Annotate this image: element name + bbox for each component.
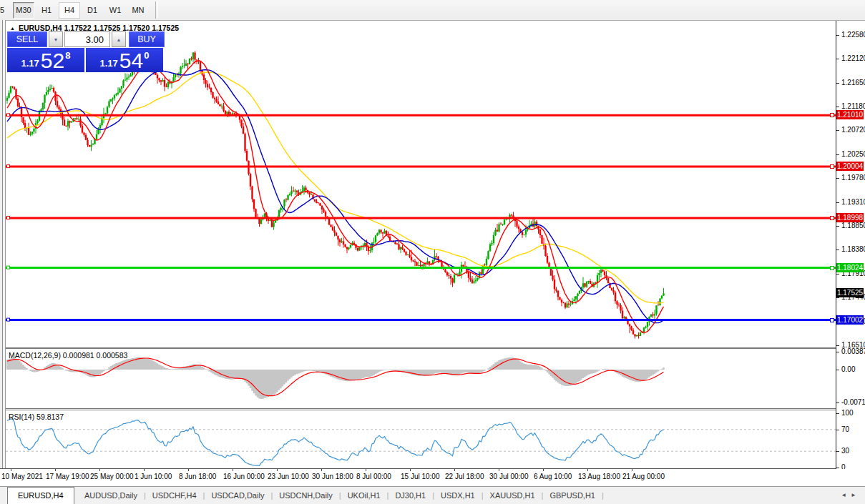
timeframe-button-w1[interactable]: W1 [104,2,126,19]
time-tick-mark [55,469,56,471]
time-tick-mark [632,469,632,471]
tab-item[interactable]: AUDUSD,Daily [84,491,137,500]
price-line-label: 1.17525 [836,288,864,297]
tab-item[interactable]: USDX,H1 [441,491,475,500]
macd-indicator-panel[interactable]: MACD(12,26,9) 0.000981 0.000583 [6,349,836,408]
tab-item[interactable]: USDCNH,Daily [279,491,333,500]
inactive-tabs: AUDUSD,Daily|USDCHF,H4|USDCAD,Daily|USDC… [84,487,610,504]
tab-item[interactable]: USDCAD,Daily [211,491,264,500]
rsi-tick-label: 100 [841,409,854,417]
time-label: 10 May 2021 [1,473,43,480]
time-label: 1 Jun 10:00 [135,473,172,480]
timeframe-button-15[interactable]: 15 [0,2,11,19]
volume-increase-button[interactable]: ▲ [112,31,126,47]
tab-item[interactable]: XAUUSD,H1 [490,491,535,500]
ask-price-prefix: 1.17 [100,58,118,69]
time-label: 16 Jun 00:00 [223,473,265,480]
macd-tick-mark [836,402,839,403]
line-drag-handle[interactable] [830,266,834,270]
time-label: 6 Aug 10:00 [534,473,572,480]
time-label: 30 Jun 18:00 [312,473,353,480]
tab-item[interactable]: DJ30,H1 [395,491,426,500]
rsi-chart[interactable] [6,410,836,468]
tab-eurusd-active[interactable]: EURUSD,H4 [7,487,74,504]
tab-scroll-left-icon[interactable]: ◄ [841,492,851,498]
timeframe-button-m30[interactable]: M30 [13,2,34,19]
timeframe-button-d1[interactable]: D1 [82,2,103,19]
bid-price-pip-digit: 8 [65,50,70,61]
toolbar-separator [155,1,158,19]
price-tick-label: 1.21650 [841,79,865,87]
rsi-label: RSI(14) 59.8137 [9,412,64,421]
time-label: 22 Jul 18:00 [445,473,484,480]
price-tick-label: 1.19780 [841,174,865,182]
spin-down-icon: ▼ [54,37,59,42]
time-label: 21 Aug 00:00 [622,473,665,480]
price-tick-mark [836,178,839,179]
rsi-indicator-panel[interactable]: RSI(14) 59.8137 [6,410,836,468]
buy-button[interactable]: BUY [129,31,165,47]
macd-tick-label: 0.003873 [841,347,865,356]
main-chart-panel[interactable]: ▲ EURUSD,H4 1.17522 1.17525 1.17520 1.17… [6,21,836,347]
bid-price-prefix: 1.17 [21,58,39,69]
macd-label: MACD(12,26,9) 0.000981 0.000583 [9,351,127,360]
mt4-terminal: { "toolbar": { "buttons": [ {"label": "1… [0,0,865,504]
line-drag-handle[interactable] [830,164,834,169]
macd-chart[interactable] [6,349,836,408]
spin-up-icon: ▲ [117,37,122,42]
collapse-panel-icon[interactable]: ▲ [10,26,15,31]
time-tick-mark [366,469,366,471]
time-tick-mark [454,469,455,471]
one-click-trading-widget: SELL ▼ ▲ BUY 1.17 52 8 1.17 54 0 [7,31,165,72]
timeframe-button-mn[interactable]: MN [127,2,149,19]
volume-input[interactable] [64,31,110,47]
sell-button[interactable]: SELL [7,31,47,47]
bid-price-big-digits: 52 [41,51,64,71]
price-tick-label: 1.18850 [841,222,865,230]
rsi-tick-mark [836,451,839,452]
line-drag-handle[interactable] [830,216,834,220]
time-label: 30 Jul 00:00 [489,473,529,480]
rsi-tick-label: 70 [841,425,849,434]
tab-scroll-arrows[interactable]: ◄► [841,487,861,504]
bid-price-display[interactable]: 1.17 52 8 [7,48,84,72]
timeframe-toolbar: 15M30H1H4D1W1MN [0,0,865,21]
price-line-label: 1.18998 [836,213,864,222]
price-tick-label: 1.20720 [841,126,865,134]
macd-tick-mark [836,352,839,352]
price-tick-mark [836,107,839,107]
tab-separator: | [482,491,484,500]
price-tick-mark [836,249,839,250]
tab-separator: | [270,491,273,500]
time-label: 8 Jun 18:00 [179,473,216,480]
volume-decrease-button[interactable]: ▼ [49,31,63,47]
tab-item[interactable]: GBPUSD,H1 [549,491,595,500]
rsi-tick-mark [836,430,839,430]
price-axis[interactable]: 1.225801.221201.216501.211801.207201.202… [836,21,865,469]
tab-item[interactable]: UKOil,H1 [348,491,381,500]
time-label: 23 Jun 10:00 [268,473,309,480]
price-tick-label: 1.20250 [841,150,865,159]
line-drag-handle[interactable] [830,113,834,117]
price-tick-mark [836,202,839,203]
macd-tick-mark [836,370,839,370]
price-line-label: 1.21010 [836,110,864,119]
ask-price-display[interactable]: 1.17 54 0 [86,48,163,72]
tab-scroll-right-icon[interactable]: ► [851,492,861,498]
price-tick-mark [836,345,839,346]
timeframe-button-h1[interactable]: H1 [36,2,57,19]
price-tick-mark [836,274,839,275]
rsi-tick-mark [836,468,839,468]
macd-tick-label: 0.00 [841,365,855,374]
tab-item[interactable]: USDCHF,H4 [152,491,197,500]
time-axis[interactable]: 10 May 202117 May 19:0025 May 00:001 Jun… [0,469,865,486]
line-drag-handle[interactable] [830,318,834,322]
timeframe-button-h4[interactable]: H4 [59,2,80,19]
time-tick-mark [277,469,278,471]
time-tick-mark [144,469,145,471]
time-tick-mark [543,469,544,471]
chart-tab-bar: EURUSD,H4 AUDUSD,Daily|USDCHF,H4|USDCAD,… [0,486,865,504]
macd-tick-label: -0.00719 [841,398,865,407]
price-tick-label: 1.18380 [841,245,865,254]
tab-separator: | [339,491,341,500]
